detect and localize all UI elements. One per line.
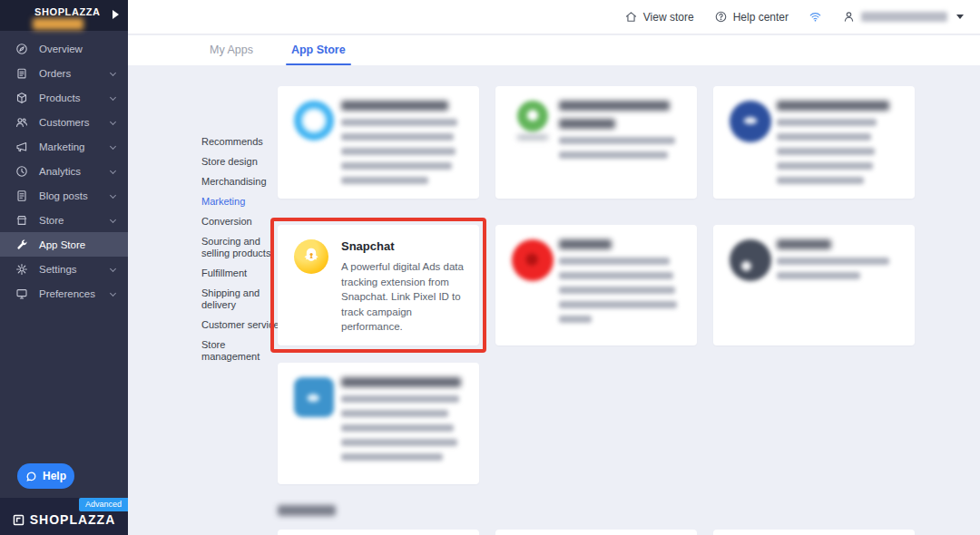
- person-icon: [842, 10, 856, 24]
- snapchat-ghost-icon: [294, 239, 328, 274]
- shoplazza-logo-icon: [13, 514, 24, 526]
- section-heading-blurred: [278, 505, 336, 516]
- blurred-text-placeholder: [559, 101, 682, 166]
- app-card-partial[interactable]: [713, 530, 915, 535]
- help-center-label: Help center: [733, 11, 789, 24]
- sidebar-item-label: Customers: [39, 117, 90, 128]
- category-sourcing[interactable]: Sourcing and selling products: [201, 236, 279, 259]
- category-fulfillment[interactable]: Fulfillment: [201, 268, 279, 279]
- blurred-text-placeholder: [777, 239, 900, 287]
- sidebar-header: SHOPLAZZA: [0, 0, 128, 31]
- app-icon-red-circle: [512, 239, 554, 281]
- sidebar-item-label: Products: [39, 92, 80, 103]
- help-center-link[interactable]: Help center: [714, 10, 789, 24]
- app-card-partial[interactable]: [495, 530, 697, 535]
- app-icon-blue-ring: [294, 101, 334, 141]
- chat-bubble-icon: [25, 471, 37, 482]
- sidebar-item-preferences[interactable]: Preferences: [0, 281, 128, 306]
- gear-icon: [15, 263, 28, 276]
- sidebar-item-label: Store: [39, 215, 64, 226]
- chevron-down-icon: [110, 143, 116, 150]
- plan-badge: Advanced: [79, 498, 128, 511]
- megaphone-icon: [15, 141, 28, 153]
- sidebar-footer: Advanced SHOPLAZZA: [0, 498, 128, 535]
- help-button[interactable]: Help: [17, 463, 74, 489]
- sidebar-item-label: Preferences: [39, 288, 95, 299]
- sidebar-item-app-store[interactable]: App Store: [0, 232, 128, 257]
- app-card-blurred-3[interactable]: [713, 86, 915, 199]
- blurred-text-placeholder: [777, 101, 900, 191]
- app-card-snapchat[interactable]: Snapchat A powerful digital Ads data tra…: [278, 225, 479, 345]
- brand-logo: SHOPLAZZA: [34, 6, 101, 17]
- view-store-link[interactable]: View store: [624, 10, 694, 24]
- sidebar-item-overview[interactable]: Overview: [0, 36, 128, 61]
- sidebar-item-label: Blog posts: [39, 190, 88, 201]
- footer-brand-text: SHOPLAZZA: [30, 512, 116, 527]
- app-card-blurred-4[interactable]: [495, 225, 697, 345]
- view-store-label: View store: [643, 11, 694, 24]
- sidebar-item-label: Analytics: [39, 166, 81, 177]
- help-button-label: Help: [43, 470, 66, 482]
- app-store-content: Recommends Store design Merchandising Ma…: [128, 65, 980, 535]
- category-store-management[interactable]: Store management: [201, 339, 279, 363]
- sidebar-expand-icon[interactable]: [113, 10, 119, 19]
- blurred-text-placeholder: [341, 377, 465, 468]
- store-name-blurred: [33, 18, 83, 30]
- sidebar-item-settings[interactable]: Settings: [0, 257, 128, 281]
- sidebar-item-label: Orders: [39, 68, 71, 79]
- sidebar-item-label: Settings: [39, 264, 77, 275]
- chevron-down-icon: [110, 266, 116, 272]
- people-icon: [15, 116, 28, 129]
- category-conversion[interactable]: Conversion: [201, 216, 279, 228]
- app-cards-grid: Snapchat A powerful digital Ads data tra…: [278, 86, 915, 535]
- app-card-blurred-6[interactable]: [278, 363, 479, 484]
- category-shipping[interactable]: Shipping and delivery: [201, 287, 279, 311]
- category-customer-service[interactable]: Customer service: [201, 319, 279, 331]
- wrench-icon: [15, 238, 28, 251]
- chevron-down-icon: [110, 168, 116, 174]
- app-card-blurred-5[interactable]: [713, 225, 915, 345]
- sidebar-item-analytics[interactable]: Analytics: [0, 159, 128, 183]
- tab-my-apps[interactable]: My Apps: [208, 35, 255, 65]
- clock-icon: [15, 165, 28, 178]
- app-title: Snapchat: [341, 239, 465, 253]
- category-store-design[interactable]: Store design: [201, 156, 279, 168]
- sidebar: SHOPLAZZA Overview Orders Products Custo…: [0, 0, 128, 535]
- app-card-partial[interactable]: [278, 530, 479, 535]
- app-icon-blue-square: [294, 377, 334, 417]
- clipboard-icon: [15, 67, 28, 80]
- category-merchandising[interactable]: Merchandising: [201, 176, 279, 188]
- sidebar-item-store[interactable]: Store: [0, 208, 128, 232]
- app-card-blurred-2[interactable]: [495, 86, 697, 199]
- category-nav: Recommends Store design Merchandising Ma…: [201, 136, 279, 371]
- category-recommends[interactable]: Recommends: [201, 136, 279, 148]
- account-email-blurred: [861, 12, 947, 22]
- chevron-down-icon: [110, 70, 116, 76]
- compass-icon: [15, 43, 28, 55]
- category-marketing[interactable]: Marketing: [201, 196, 279, 208]
- topbar: View store Help center: [128, 0, 980, 34]
- sidebar-item-blog-posts[interactable]: Blog posts: [0, 183, 128, 208]
- sidebar-item-label: App Store: [39, 239, 85, 250]
- tab-app-store[interactable]: App Store: [289, 35, 348, 65]
- app-icon-dark-gray-circle: [730, 239, 771, 281]
- monitor-icon: [15, 287, 28, 300]
- sidebar-item-marketing[interactable]: Marketing: [0, 134, 128, 159]
- sidebar-item-products[interactable]: Products: [0, 85, 128, 110]
- chevron-down-icon: [110, 94, 116, 101]
- cube-icon: [15, 92, 28, 104]
- chevron-down-icon: [110, 192, 116, 199]
- sidebar-item-label: Marketing: [39, 141, 85, 152]
- caret-down-icon: [956, 15, 964, 19]
- network-status-button[interactable]: [808, 10, 822, 24]
- sidebar-item-orders[interactable]: Orders: [0, 61, 128, 85]
- sidebar-item-label: Overview: [39, 44, 83, 54]
- chevron-down-icon: [110, 217, 116, 223]
- sidebar-nav: Overview Orders Products Customers Marke…: [0, 36, 128, 306]
- account-menu[interactable]: [842, 10, 964, 24]
- sidebar-item-customers[interactable]: Customers: [0, 110, 128, 134]
- storefront-icon: [15, 214, 28, 227]
- app-card-blurred-1[interactable]: [278, 86, 479, 199]
- footer-logo: SHOPLAZZA: [0, 512, 128, 527]
- wifi-icon: [808, 10, 822, 24]
